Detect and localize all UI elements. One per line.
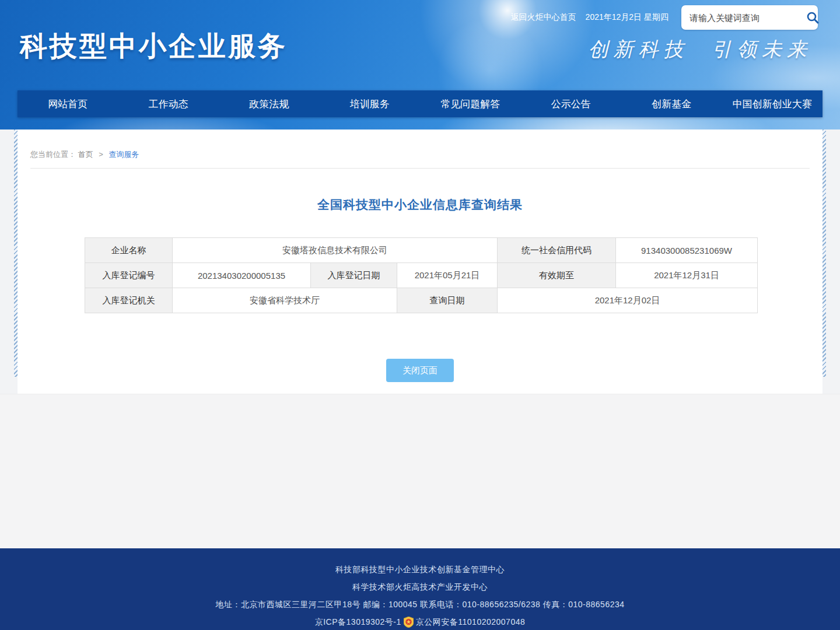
- table-row: 入库登记机关 安徽省科学技术厅 查询日期 2021年12月02日: [85, 288, 758, 313]
- content-wrapper: 您当前位置： 首页 > 查询服务 全国科技型中小企业信息库查询结果 企业名称 安…: [18, 130, 822, 394]
- registration-number-value: 202134030200005135: [173, 263, 311, 288]
- registration-number-label: 入库登记编号: [85, 263, 173, 288]
- query-date-value: 2021年12月02日: [498, 288, 758, 313]
- query-result-table: 企业名称 安徽塔孜信息技术有限公司 统一社会信用代码 9134030008523…: [85, 237, 758, 313]
- breadcrumb-home-link[interactable]: 首页: [78, 150, 93, 159]
- credit-code-label: 统一社会信用代码: [498, 238, 616, 263]
- footer-record-links: 京ICP备13019302号-1 京公网安备11010202007048: [315, 616, 526, 628]
- footer-org2: 科学技术部火炬高技术产业开发中心: [352, 581, 488, 593]
- panel-stripe-right: [822, 130, 826, 377]
- site-header: 返回火炬中心首页 2021年12月2日 星期四 科技型中小企业服务 创新科技 引…: [0, 0, 840, 130]
- footer-address: 地址：北京市西城区三里河二区甲18号 邮编：100045 联系电话：010-88…: [215, 598, 624, 611]
- nav-item-work-news[interactable]: 工作动态: [118, 90, 219, 117]
- breadcrumb: 您当前位置： 首页 > 查询服务: [18, 130, 822, 160]
- nav-item-innovation-fund[interactable]: 创新基金: [621, 90, 722, 117]
- content-panel: 您当前位置： 首页 > 查询服务 全国科技型中小企业信息库查询结果 企业名称 安…: [18, 130, 822, 394]
- registration-authority-label: 入库登记机关: [85, 288, 173, 313]
- query-date-label: 查询日期: [397, 288, 498, 313]
- search-box[interactable]: [681, 5, 818, 30]
- company-name-value: 安徽塔孜信息技术有限公司: [173, 238, 498, 263]
- credit-code-value: 91340300085231069W: [616, 238, 758, 263]
- nav-item-faq[interactable]: 常见问题解答: [420, 90, 521, 117]
- close-page-button[interactable]: 关闭页面: [386, 359, 454, 382]
- table-row: 企业名称 安徽塔孜信息技术有限公司 统一社会信用代码 9134030008523…: [85, 238, 758, 263]
- table-row: 入库登记编号 202134030200005135 入库登记日期 2021年05…: [85, 263, 758, 288]
- site-footer: 科技部科技型中小企业技术创新基金管理中心 科学技术部火炬高技术产业开发中心 地址…: [0, 548, 840, 630]
- police-record-link[interactable]: 京公网安备11010202007048: [416, 616, 525, 628]
- valid-until-label: 有效期至: [498, 263, 616, 288]
- nav-item-announcements[interactable]: 公示公告: [521, 90, 622, 117]
- magnifier-icon[interactable]: [806, 10, 820, 24]
- icp-record-link[interactable]: 京ICP备13019302号-1: [315, 616, 401, 628]
- nav-item-training[interactable]: 培训服务: [320, 90, 421, 117]
- search-input[interactable]: [690, 13, 806, 23]
- police-badge-icon: [404, 617, 414, 628]
- nav-item-competition[interactable]: 中国创新创业大赛: [722, 90, 823, 117]
- company-name-label: 企业名称: [85, 238, 173, 263]
- site-logo-title: 科技型中小企业服务: [20, 28, 288, 65]
- nav-item-policies[interactable]: 政策法规: [219, 90, 320, 117]
- valid-until-value: 2021年12月31日: [616, 263, 758, 288]
- registration-date-label: 入库登记日期: [311, 263, 397, 288]
- breadcrumb-prefix: 您当前位置：: [30, 150, 76, 159]
- registration-date-value: 2021年05月21日: [397, 263, 498, 288]
- main-navigation: 网站首页 工作动态 政策法规 培训服务 常见问题解答 公示公告 创新基金 中国创…: [18, 90, 822, 117]
- lower-spacer: [0, 394, 840, 548]
- breadcrumb-divider: [30, 168, 810, 169]
- site-slogan: 创新科技 引领未来: [588, 36, 812, 63]
- result-page-title: 全国科技型中小企业信息库查询结果: [18, 197, 822, 213]
- panel-stripe-left: [14, 130, 18, 377]
- nav-item-home[interactable]: 网站首页: [18, 90, 118, 117]
- breadcrumb-current-link[interactable]: 查询服务: [108, 150, 139, 159]
- current-date: 2021年12月2日 星期四: [586, 12, 668, 23]
- return-torch-home-link[interactable]: 返回火炬中心首页: [511, 12, 576, 23]
- breadcrumb-separator: >: [99, 150, 103, 159]
- button-row: 关闭页面: [18, 359, 822, 382]
- footer-org1: 科技部科技型中小企业技术创新基金管理中心: [335, 564, 505, 576]
- registration-authority-value: 安徽省科学技术厅: [173, 288, 397, 313]
